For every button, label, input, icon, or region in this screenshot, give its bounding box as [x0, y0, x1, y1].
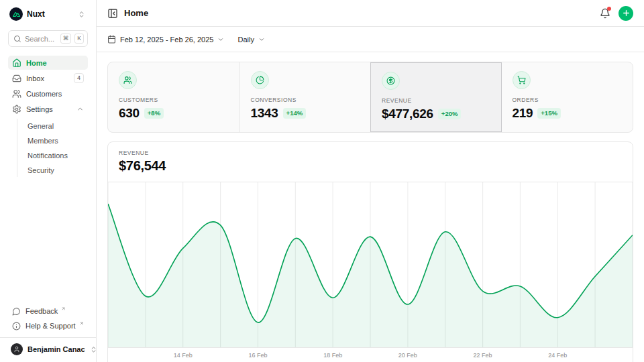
topbar: Home	[97, 0, 644, 27]
subnav-label: Security	[28, 166, 54, 174]
users-icon	[12, 89, 21, 99]
chevron-up-icon	[76, 105, 84, 113]
sidebar-nav: Home Inbox 4 Customers Settings Genera	[8, 56, 88, 177]
sidebar-item-inbox[interactable]: Inbox 4	[8, 71, 88, 85]
help-support-link[interactable]: Help & Support	[8, 319, 88, 333]
x-axis-label: 24 Feb	[548, 352, 567, 359]
main-area: Home Feb 12, 2025 - Feb 26, 2025 Daily	[97, 0, 644, 362]
sidebar-item-general[interactable]: General	[23, 119, 88, 133]
granularity-select[interactable]: Daily	[237, 36, 264, 44]
stat-card-customers[interactable]: CUSTOMERS 630 +8%	[108, 62, 239, 132]
revenue-chart-card: REVENUE $76,544 14 Feb16 Feb18 Feb20 Feb…	[107, 141, 633, 362]
panel-left-close-icon	[107, 8, 118, 19]
date-range-label: Feb 12, 2025 - Feb 26, 2025	[120, 36, 213, 44]
stat-value: $477,626	[382, 107, 433, 121]
avatar	[11, 343, 23, 355]
notifications-button[interactable]	[600, 8, 610, 19]
plus-icon	[622, 9, 631, 17]
user-name: Benjamin Canac	[28, 345, 85, 353]
sidebar-item-security[interactable]: Security	[23, 163, 88, 177]
sidebar-item-label: Settings	[26, 105, 53, 113]
feedback-link[interactable]: Feedback	[8, 304, 88, 318]
stat-label: ORDERS	[513, 97, 623, 103]
stat-value: 219	[513, 106, 533, 121]
date-range-picker[interactable]: Feb 12, 2025 - Feb 26, 2025	[107, 35, 224, 44]
workspace-name: Nuxt	[27, 9, 74, 19]
gear-icon	[12, 105, 21, 114]
pie-chart-icon	[251, 71, 269, 89]
stat-card-orders[interactable]: ORDERS 219 +15%	[502, 62, 633, 132]
sidebar-spacer	[8, 177, 88, 304]
stat-delta-badge: +15%	[537, 108, 561, 119]
chat-bubble-icon	[12, 307, 21, 316]
stat-label: CONVERSIONS	[251, 97, 360, 103]
chart-current-value: $76,544	[119, 158, 622, 174]
stat-label: CUSTOMERS	[119, 97, 229, 103]
external-link-icon	[79, 321, 84, 326]
sidebar: Nuxt Search... ⌘ K Home Inbox 4	[0, 0, 97, 362]
sidebar-item-label: Home	[26, 59, 47, 67]
stat-value: 630	[119, 106, 140, 121]
x-axis-label: 14 Feb	[174, 352, 193, 359]
search-placeholder: Search...	[25, 35, 57, 43]
external-link-icon	[61, 306, 66, 311]
kbd-cmd: ⌘	[60, 34, 72, 44]
chart-title: REVENUE	[119, 149, 622, 156]
filter-toolbar: Feb 12, 2025 - Feb 26, 2025 Daily	[97, 27, 644, 52]
sidebar-item-customers[interactable]: Customers	[8, 86, 88, 101]
search-input[interactable]: Search... ⌘ K	[8, 30, 88, 47]
footer-link-label: Help & Support	[25, 322, 76, 330]
notification-dot	[607, 7, 611, 11]
granularity-label: Daily	[237, 36, 254, 44]
subnav-label: Notifications	[28, 152, 68, 160]
kbd-k: K	[74, 34, 84, 44]
chevrons-up-down-icon	[78, 11, 85, 18]
collapse-sidebar-button[interactable]	[107, 8, 118, 19]
subnav-label: Members	[28, 137, 58, 145]
stat-value: 1343	[251, 106, 278, 121]
x-axis-label: 22 Feb	[474, 352, 492, 359]
sidebar-item-members[interactable]: Members	[23, 133, 88, 147]
home-icon	[12, 58, 21, 68]
sidebar-item-label: Customers	[26, 90, 62, 98]
calendar-icon	[107, 35, 116, 44]
shopping-cart-icon	[513, 71, 531, 89]
info-circle-icon	[12, 322, 21, 330]
footer-link-label: Feedback	[25, 307, 58, 315]
search-icon	[13, 35, 21, 43]
page-title: Home	[124, 8, 148, 18]
sidebar-item-notifications[interactable]: Notifications	[23, 148, 88, 162]
dashboard-content: CUSTOMERS 630 +8% CONVERSIONS 1343 +14%	[97, 52, 644, 362]
x-axis-label: 18 Feb	[323, 352, 342, 359]
workspace-switcher[interactable]: Nuxt	[8, 7, 88, 21]
sidebar-item-settings[interactable]: Settings	[8, 102, 88, 116]
chart-header: REVENUE $76,544	[108, 142, 633, 182]
inbox-count-badge: 4	[74, 73, 84, 83]
chevron-down-icon	[217, 36, 224, 43]
stat-card-conversions[interactable]: CONVERSIONS 1343 +14%	[239, 62, 371, 132]
stat-delta-badge: +14%	[283, 108, 307, 119]
subnav-label: General	[28, 122, 54, 130]
revenue-chart-svg	[108, 182, 633, 347]
chevrons-up-down-icon	[90, 346, 97, 353]
nuxt-logo-icon	[9, 7, 23, 21]
add-button[interactable]	[619, 6, 633, 21]
x-axis-label: 16 Feb	[248, 352, 267, 359]
x-axis: 14 Feb16 Feb18 Feb20 Feb22 Feb24 Feb	[108, 348, 633, 362]
stat-delta-badge: +20%	[438, 109, 462, 119]
stat-label: REVENUE	[382, 97, 490, 104]
stat-delta-badge: +8%	[144, 108, 164, 119]
users-stat-icon	[119, 71, 137, 89]
settings-submenu: General Members Notifications Security	[17, 119, 88, 177]
inbox-icon	[12, 74, 21, 83]
user-menu[interactable]: Benjamin Canac	[8, 338, 88, 358]
stats-grid: CUSTOMERS 630 +8% CONVERSIONS 1343 +14%	[107, 62, 633, 133]
x-axis-label: 20 Feb	[398, 352, 417, 359]
sidebar-item-home[interactable]: Home	[8, 56, 88, 70]
chart-plot-area[interactable]	[108, 182, 633, 348]
stat-card-revenue[interactable]: REVENUE $477,626 +20%	[370, 62, 502, 132]
chevron-down-icon	[258, 36, 265, 43]
sidebar-footer-links: Feedback Help & Support	[8, 304, 88, 333]
sidebar-item-label: Inbox	[26, 74, 44, 82]
circle-dollar-icon	[382, 72, 400, 90]
